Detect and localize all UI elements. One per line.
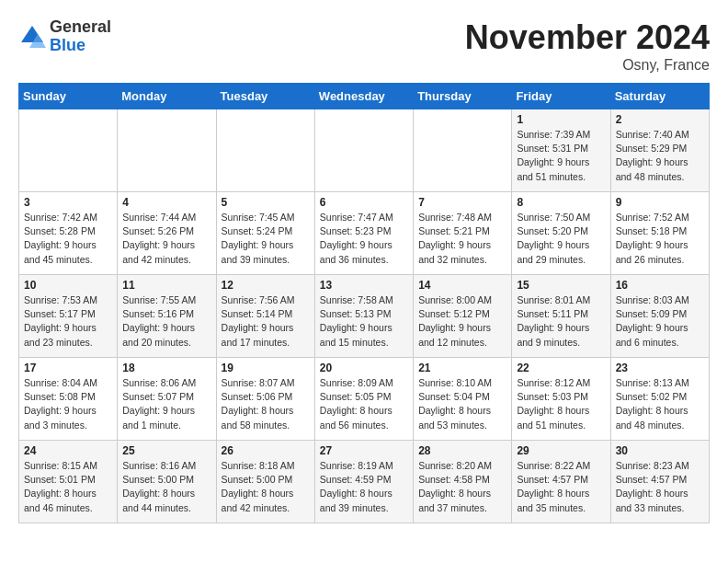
day-number: 23 [616, 362, 704, 374]
day-info: Sunrise: 7:39 AM Sunset: 5:31 PM Dayligh… [517, 128, 605, 184]
day-number: 22 [517, 362, 605, 374]
day-info: Sunrise: 8:16 AM Sunset: 5:00 PM Dayligh… [122, 459, 210, 515]
day-number: 5 [222, 196, 310, 209]
weekday-header: Sunday [19, 84, 118, 109]
day-info: Sunrise: 8:13 AM Sunset: 5:02 PM Dayligh… [616, 376, 704, 432]
calendar-cell: 13Sunrise: 7:58 AM Sunset: 5:13 PM Dayli… [314, 275, 413, 358]
calendar-cell: 29Sunrise: 8:22 AM Sunset: 4:57 PM Dayli… [512, 441, 610, 523]
calendar-cell: 18Sunrise: 8:06 AM Sunset: 5:07 PM Dayli… [118, 358, 216, 441]
day-number: 27 [320, 444, 408, 457]
calendar-cell: 7Sunrise: 7:48 AM Sunset: 5:21 PM Daylig… [414, 192, 512, 275]
weekday-header: Friday [512, 84, 610, 109]
calendar-cell: 5Sunrise: 7:45 AM Sunset: 5:24 PM Daylig… [216, 192, 314, 275]
calendar-cell: 24Sunrise: 8:15 AM Sunset: 5:01 PM Dayli… [19, 441, 118, 523]
day-info: Sunrise: 7:48 AM Sunset: 5:21 PM Dayligh… [418, 211, 506, 267]
month-title: November 2024 [465, 18, 710, 57]
day-info: Sunrise: 7:53 AM Sunset: 5:17 PM Dayligh… [24, 293, 112, 350]
calendar-cell: 25Sunrise: 8:16 AM Sunset: 5:00 PM Dayli… [118, 441, 216, 523]
day-info: Sunrise: 8:18 AM Sunset: 5:00 PM Dayligh… [222, 459, 310, 515]
day-info: Sunrise: 8:12 AM Sunset: 5:03 PM Dayligh… [517, 376, 605, 432]
calendar-cell: 14Sunrise: 8:00 AM Sunset: 5:12 PM Dayli… [414, 275, 512, 358]
day-number: 16 [616, 279, 704, 292]
day-info: Sunrise: 8:10 AM Sunset: 5:04 PM Dayligh… [418, 376, 506, 432]
day-number: 2 [616, 113, 704, 126]
day-info: Sunrise: 7:40 AM Sunset: 5:29 PM Dayligh… [616, 128, 704, 184]
page-header: General Blue November 2024 Osny, France [18, 18, 710, 74]
calendar-week-row: 10Sunrise: 7:53 AM Sunset: 5:17 PM Dayli… [19, 275, 710, 358]
day-info: Sunrise: 8:04 AM Sunset: 5:08 PM Dayligh… [24, 376, 112, 432]
logo: General Blue [18, 18, 111, 55]
day-info: Sunrise: 8:22 AM Sunset: 4:57 PM Dayligh… [517, 459, 605, 515]
day-number: 25 [122, 444, 210, 457]
day-number: 28 [418, 444, 506, 457]
weekday-header: Monday [118, 84, 216, 109]
calendar-cell: 21Sunrise: 8:10 AM Sunset: 5:04 PM Dayli… [414, 358, 512, 441]
day-info: Sunrise: 8:15 AM Sunset: 5:01 PM Dayligh… [24, 459, 112, 515]
calendar-cell [314, 109, 413, 192]
day-number: 11 [122, 279, 210, 292]
day-number: 18 [122, 362, 210, 374]
day-number: 1 [517, 113, 605, 126]
calendar-cell: 17Sunrise: 8:04 AM Sunset: 5:08 PM Dayli… [19, 358, 118, 441]
calendar-cell: 15Sunrise: 8:01 AM Sunset: 5:11 PM Dayli… [512, 275, 610, 358]
calendar-week-row: 24Sunrise: 8:15 AM Sunset: 5:01 PM Dayli… [19, 441, 710, 523]
calendar-cell: 8Sunrise: 7:50 AM Sunset: 5:20 PM Daylig… [512, 192, 610, 275]
day-number: 15 [517, 279, 605, 292]
day-number: 8 [517, 196, 605, 209]
day-info: Sunrise: 7:50 AM Sunset: 5:20 PM Dayligh… [517, 211, 605, 267]
day-info: Sunrise: 7:44 AM Sunset: 5:26 PM Dayligh… [122, 211, 210, 267]
day-number: 3 [24, 196, 112, 209]
weekday-header: Saturday [610, 84, 709, 109]
day-info: Sunrise: 8:03 AM Sunset: 5:09 PM Dayligh… [616, 293, 704, 350]
calendar-table: SundayMondayTuesdayWednesdayThursdayFrid… [18, 83, 710, 523]
day-info: Sunrise: 8:00 AM Sunset: 5:12 PM Dayligh… [418, 293, 506, 350]
day-info: Sunrise: 7:42 AM Sunset: 5:28 PM Dayligh… [24, 211, 112, 267]
calendar-cell: 23Sunrise: 8:13 AM Sunset: 5:02 PM Dayli… [610, 358, 709, 441]
day-info: Sunrise: 8:01 AM Sunset: 5:11 PM Dayligh… [517, 293, 605, 350]
weekday-header: Wednesday [314, 84, 413, 109]
calendar-cell [118, 109, 216, 192]
day-number: 7 [418, 196, 506, 209]
day-number: 17 [24, 362, 112, 374]
day-number: 12 [222, 279, 310, 292]
calendar-cell: 27Sunrise: 8:19 AM Sunset: 4:59 PM Dayli… [314, 441, 413, 523]
day-number: 26 [222, 444, 310, 457]
day-number: 14 [418, 279, 506, 292]
calendar-cell [19, 109, 118, 192]
calendar-cell: 4Sunrise: 7:44 AM Sunset: 5:26 PM Daylig… [118, 192, 216, 275]
day-number: 30 [616, 444, 704, 457]
calendar-cell: 28Sunrise: 8:20 AM Sunset: 4:58 PM Dayli… [414, 441, 512, 523]
calendar-cell [216, 109, 314, 192]
day-number: 29 [517, 444, 605, 457]
day-info: Sunrise: 8:06 AM Sunset: 5:07 PM Dayligh… [122, 376, 210, 432]
day-number: 9 [616, 196, 704, 209]
day-number: 4 [122, 196, 210, 209]
title-block: November 2024 Osny, France [465, 18, 710, 74]
calendar-cell: 1Sunrise: 7:39 AM Sunset: 5:31 PM Daylig… [512, 109, 610, 192]
day-number: 13 [320, 279, 408, 292]
calendar-cell: 22Sunrise: 8:12 AM Sunset: 5:03 PM Dayli… [512, 358, 610, 441]
day-number: 6 [320, 196, 408, 209]
day-number: 19 [222, 362, 310, 374]
calendar-cell: 3Sunrise: 7:42 AM Sunset: 5:28 PM Daylig… [19, 192, 118, 275]
day-info: Sunrise: 8:23 AM Sunset: 4:57 PM Dayligh… [616, 459, 704, 515]
calendar-cell: 6Sunrise: 7:47 AM Sunset: 5:23 PM Daylig… [314, 192, 413, 275]
calendar-cell: 2Sunrise: 7:40 AM Sunset: 5:29 PM Daylig… [610, 109, 709, 192]
weekday-header: Thursday [414, 84, 512, 109]
day-info: Sunrise: 7:47 AM Sunset: 5:23 PM Dayligh… [320, 211, 408, 267]
logo-blue: Blue [50, 36, 85, 54]
calendar-week-row: 3Sunrise: 7:42 AM Sunset: 5:28 PM Daylig… [19, 192, 710, 275]
day-info: Sunrise: 7:45 AM Sunset: 5:24 PM Dayligh… [222, 211, 310, 267]
calendar-cell: 19Sunrise: 8:07 AM Sunset: 5:06 PM Dayli… [216, 358, 314, 441]
calendar-week-row: 17Sunrise: 8:04 AM Sunset: 5:08 PM Dayli… [19, 358, 710, 441]
calendar-cell: 30Sunrise: 8:23 AM Sunset: 4:57 PM Dayli… [610, 441, 709, 523]
day-info: Sunrise: 7:56 AM Sunset: 5:14 PM Dayligh… [222, 293, 310, 350]
logo-text: General Blue [50, 18, 111, 55]
day-number: 10 [24, 279, 112, 292]
day-info: Sunrise: 8:07 AM Sunset: 5:06 PM Dayligh… [222, 376, 310, 432]
calendar-cell: 20Sunrise: 8:09 AM Sunset: 5:05 PM Dayli… [314, 358, 413, 441]
calendar-cell [414, 109, 512, 192]
weekday-header-row: SundayMondayTuesdayWednesdayThursdayFrid… [19, 84, 710, 109]
day-info: Sunrise: 7:58 AM Sunset: 5:13 PM Dayligh… [320, 293, 408, 350]
day-info: Sunrise: 8:20 AM Sunset: 4:58 PM Dayligh… [418, 459, 506, 515]
